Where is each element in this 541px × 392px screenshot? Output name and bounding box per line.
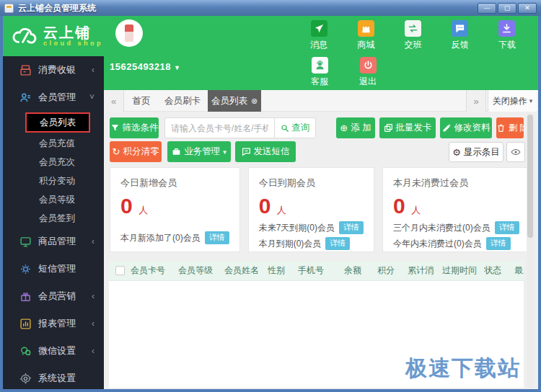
sidebar-subitem-member-level[interactable]: 会员等级 xyxy=(3,190,104,209)
sidebar-item-sms[interactable]: 短信管理 xyxy=(3,255,104,282)
sidebar-item-reports[interactable]: 报表管理 ‹ xyxy=(3,310,104,337)
col-member-name[interactable]: 会员姓名 xyxy=(224,264,268,277)
copy-icon xyxy=(384,123,393,133)
sidebar-subitem-member-list[interactable]: 会员列表 xyxy=(25,112,90,133)
logout-icon xyxy=(360,57,377,74)
sidebar-item-goods[interactable]: 商品管理 ‹ xyxy=(3,228,104,255)
business-management-dropdown[interactable]: 业务管理 ▾ xyxy=(167,141,231,162)
window-titlebar: 云上铺会员管理系统 — ▢ ✕ xyxy=(0,0,541,16)
message-icon xyxy=(311,20,327,37)
col-expiry[interactable]: 过期时间 xyxy=(442,264,484,277)
add-button[interactable]: ⊕ 添 加 xyxy=(336,117,375,138)
sidebar-subitem-member-recharge[interactable]: 会员充值 xyxy=(3,134,104,153)
tabs-scroll-left-button[interactable]: « xyxy=(104,90,124,112)
app-window: 云上铺 cloud shop 15625493218▼ 消息 xyxy=(3,16,538,389)
header-action-shift[interactable]: 交班 xyxy=(391,20,434,51)
chevron-left-icon: ‹ xyxy=(92,236,94,246)
details-badge[interactable]: 详情 xyxy=(495,221,519,234)
cloud-logo-icon xyxy=(10,24,39,48)
tabs-scroll-right-button[interactable]: » xyxy=(466,90,486,112)
account-phone: 15625493218 xyxy=(110,61,171,72)
eye-icon xyxy=(511,147,521,157)
header-action-messages[interactable]: 消息 xyxy=(297,20,340,51)
stat-value: 0 xyxy=(393,194,405,218)
member-table-header: 会员卡号 会员等级 会员姓名 性别 手机号 余额 积分 累计消 过期时间 状态 … xyxy=(109,261,524,281)
tab-member-list[interactable]: 会员列表 ⊗ xyxy=(208,90,261,112)
col-gender[interactable]: 性别 xyxy=(268,264,298,277)
delete-button[interactable]: 删 除 xyxy=(496,117,524,138)
brand-logo: 云上铺 cloud shop xyxy=(3,16,104,56)
app-icon xyxy=(4,4,14,13)
plus-circle-icon: ⊕ xyxy=(340,123,348,133)
select-all-checkbox[interactable] xyxy=(115,266,125,275)
sidebar-subitem-points-change[interactable]: 积分变动 xyxy=(3,172,104,190)
sidebar: 消费收银 ‹ 会员管理 ˅ 会员列表 会员充值 会员充次 积分变动 会员等级 会… xyxy=(3,56,104,389)
filter-button[interactable]: 筛选条件 xyxy=(110,117,159,138)
col-points[interactable]: 积分 xyxy=(377,264,408,277)
col-status[interactable]: 状态 xyxy=(484,264,514,277)
minimize-button[interactable]: — xyxy=(478,3,496,14)
window-title: 云上铺会员管理系统 xyxy=(18,2,96,14)
sidebar-item-marketing[interactable]: 会员营销 ‹ xyxy=(3,282,104,310)
edit-icon xyxy=(442,123,452,133)
sidebar-item-settings[interactable]: 系统设置 xyxy=(3,365,104,389)
goods-icon xyxy=(19,236,32,248)
tab-home[interactable]: 首页 xyxy=(126,90,157,112)
vertical-scrollbar[interactable] xyxy=(527,113,534,388)
sms-icon xyxy=(19,263,32,275)
maximize-button[interactable]: ▢ xyxy=(498,3,516,14)
header-action-support[interactable]: 客服 xyxy=(297,57,342,88)
batch-issue-cards-button[interactable]: 批量发卡 xyxy=(379,117,436,138)
col-total-spend[interactable]: 累计消 xyxy=(408,264,442,277)
download-icon xyxy=(498,20,515,37)
avatar[interactable] xyxy=(115,19,143,47)
sidebar-item-members[interactable]: 会员管理 ˅ xyxy=(3,84,104,111)
send-sms-button[interactable]: 发送短信 xyxy=(235,141,296,162)
details-badge[interactable]: 详情 xyxy=(325,237,350,250)
chevron-left-icon: ‹ xyxy=(92,65,94,75)
close-actions-dropdown[interactable]: 关闭操作 ▾ xyxy=(488,90,537,112)
col-card-number[interactable]: 会员卡号 xyxy=(131,264,178,277)
stat-card-new-members: 今日新增会员 0 人 本月新添加了(0)会员 详情 xyxy=(110,167,240,252)
marketing-icon xyxy=(19,290,32,303)
members-submenu: 会员列表 会员充值 会员充次 积分变动 会员等级 会员签到 xyxy=(3,112,104,228)
shift-icon xyxy=(405,20,421,37)
chevron-left-icon: ‹ xyxy=(92,346,94,356)
header-action-download[interactable]: 下载 xyxy=(485,20,529,51)
query-button[interactable]: 查询 xyxy=(274,117,316,138)
filter-icon xyxy=(110,123,120,133)
tab-close-icon[interactable]: ⊗ xyxy=(251,97,258,106)
tab-bar: « 首页 会员刷卡 会员列表 ⊗ » 关闭操作 ▾ xyxy=(104,90,538,112)
sidebar-subitem-member-checkin[interactable]: 会员签到 xyxy=(3,209,104,228)
account-menu[interactable]: 15625493218▼ xyxy=(110,61,180,72)
col-phone[interactable]: 手机号 xyxy=(298,264,344,277)
col-member-level[interactable]: 会员等级 xyxy=(178,264,224,277)
header-action-feedback[interactable]: 反馈 xyxy=(439,20,482,51)
sidebar-item-wechat[interactable]: 微信设置 ‹ xyxy=(3,337,104,365)
clear-points-button[interactable]: ↻ 积分清零 xyxy=(110,141,162,162)
close-button[interactable]: ✕ xyxy=(518,3,537,14)
edit-profile-button[interactable]: 修改资料 xyxy=(440,117,492,138)
search-input[interactable] xyxy=(164,117,274,138)
member-list-panel: 筛选条件 查询 ⊕ 添 加 批量发卡 修改资料 删 除 ↻ 积分清 xyxy=(104,112,538,389)
stat-cards: 今日新增会员 0 人 本月新添加了(0)会员 详情 今日到期会员 0 人 xyxy=(110,167,524,252)
sidebar-item-cashier[interactable]: 消费收银 ‹ xyxy=(3,56,104,84)
col-last-consume[interactable]: 最后消费时 xyxy=(514,264,524,277)
header-action-logout[interactable]: 退出 xyxy=(346,57,390,88)
cashier-icon xyxy=(19,64,32,76)
support-icon xyxy=(312,57,328,74)
chevron-left-icon: ‹ xyxy=(92,318,94,329)
chevron-left-icon: ‹ xyxy=(92,291,94,301)
details-badge[interactable]: 详情 xyxy=(486,237,511,250)
sidebar-subitem-member-times[interactable]: 会员充次 xyxy=(3,153,104,172)
scrollbar-thumb[interactable] xyxy=(527,115,533,238)
toggle-visibility-button[interactable] xyxy=(506,142,525,162)
brand-tagline: cloud shop xyxy=(43,40,103,47)
details-badge[interactable]: 详情 xyxy=(205,231,229,244)
display-columns-button[interactable]: ⚙ 显示条目 xyxy=(449,142,503,162)
trash-icon xyxy=(496,123,506,133)
tab-member-swipe[interactable]: 会员刷卡 xyxy=(159,90,206,112)
header-action-mall[interactable]: 商城 xyxy=(344,20,387,51)
col-balance[interactable]: 余额 xyxy=(344,264,377,277)
details-badge[interactable]: 详情 xyxy=(339,221,364,234)
